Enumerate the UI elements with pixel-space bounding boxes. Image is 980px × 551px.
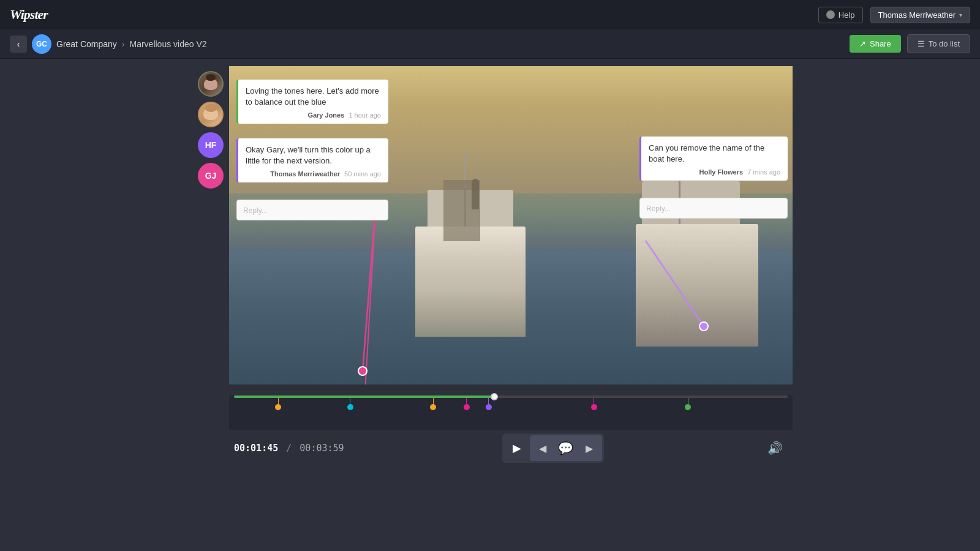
timeline-marker-5: [486, 398, 492, 410]
time-current: 00:01:45: [234, 443, 278, 454]
time-total: 00:03:59: [300, 443, 344, 454]
help-label: Help: [839, 10, 855, 20]
breadcrumb-right: ↗ Share ☰ To do list: [850, 34, 970, 53]
comment-time-3: 7 mins ago: [747, 168, 780, 176]
timeline-marker-2: [347, 398, 353, 410]
timeline-marker-1: [275, 398, 281, 410]
comment-author-2: Thomas Merriweather: [270, 170, 340, 178]
help-icon: [826, 10, 835, 19]
volume-button[interactable]: 🔊: [762, 435, 788, 461]
nav-right: Help Thomas Merriweather ▾: [818, 7, 970, 23]
chevron-down-icon: ▾: [959, 12, 962, 18]
play-button[interactable]: ▶: [504, 435, 530, 461]
help-button[interactable]: Help: [818, 7, 863, 23]
comment-nav-group: ◀ 💬 ▶: [530, 435, 602, 461]
comment-text-2: Okay Gary, we'll turn this color up a li…: [246, 144, 381, 167]
comment-text-1: Loving the tones here. Let's add more to…: [246, 86, 381, 108]
timeline-area: [229, 395, 793, 430]
main-area: HF GJ: [0, 59, 980, 551]
comment-meta-2: Thomas Merriweather 50 mins ago: [246, 170, 381, 178]
prev-comment-button[interactable]: ◀: [532, 437, 553, 460]
comment-time-1: 1 hour ago: [349, 111, 381, 119]
list-icon: ☰: [918, 39, 925, 48]
comment-bubble-1: Loving the tones here. Let's add more to…: [236, 80, 388, 124]
share-icon: ↗: [859, 39, 866, 48]
next-comment-button[interactable]: ▶: [579, 437, 600, 460]
comment-time-2: 50 mins ago: [344, 170, 381, 178]
share-button[interactable]: ↗ Share: [850, 35, 901, 53]
video-frame[interactable]: Loving the tones here. Let's add more to…: [229, 66, 793, 384]
company-name[interactable]: Great Company: [56, 39, 117, 49]
user-name: Thomas Merriweather: [878, 10, 956, 20]
playback-controls: ▶ ◀ 💬 ▶: [502, 433, 604, 463]
back-button[interactable]: ‹: [10, 36, 27, 53]
comment-meta-1: Gary Jones 1 hour ago: [246, 111, 381, 119]
breadcrumb-separator: ›: [122, 39, 125, 49]
avatar-user2[interactable]: [198, 102, 224, 127]
avatars-sidebar: HF GJ: [187, 66, 229, 551]
comment-author-3: Holly Flowers: [699, 168, 744, 176]
avatar-hf[interactable]: HF: [198, 132, 224, 158]
reply-input-left[interactable]: Reply...: [236, 200, 388, 220]
todo-button[interactable]: ☰ To do list: [907, 34, 970, 53]
reply-placeholder-right: Reply...: [646, 204, 671, 213]
timeline-marker-6: [591, 398, 597, 410]
comment-text-3: Can you remove the name of the boat here…: [649, 143, 780, 165]
timeline-marker-7: [685, 398, 691, 410]
time-separator: /: [286, 443, 292, 454]
company-badge: GC: [32, 34, 51, 54]
comment-meta-3: Holly Flowers 7 mins ago: [649, 168, 780, 176]
reply-placeholder-left: Reply...: [243, 206, 268, 215]
app-logo: Wipster: [10, 7, 48, 23]
reply-input-right[interactable]: Reply...: [639, 198, 788, 219]
video-wrapper: Loving the tones here. Let's add more to…: [229, 66, 793, 551]
breadcrumb-left: ‹ GC Great Company › Marvellous video V2: [10, 34, 207, 54]
user-menu-button[interactable]: Thomas Merriweather ▾: [870, 7, 970, 23]
timeline-marker-4: [464, 398, 470, 410]
timeline-marker-3: [430, 398, 436, 410]
avatar-user1[interactable]: [198, 71, 224, 97]
controls-bar: 00:01:45 / 00:03:59 ▶ ◀ 💬 ▶ 🔊: [229, 430, 793, 462]
comment-mode-button[interactable]: 💬: [554, 437, 578, 460]
time-display: 00:01:45 / 00:03:59: [234, 443, 344, 454]
comment-bubble-3: Can you remove the name of the boat here…: [639, 137, 788, 181]
share-label: Share: [870, 39, 891, 48]
comment-author-1: Gary Jones: [307, 111, 344, 119]
avatar-gj[interactable]: GJ: [198, 163, 224, 189]
breadcrumb-bar: ‹ GC Great Company › Marvellous video V2…: [0, 29, 980, 59]
video-title: Marvellous video V2: [130, 39, 207, 49]
todo-label: To do list: [929, 39, 960, 48]
timeline-progress: [234, 395, 494, 398]
timeline-track[interactable]: [234, 395, 788, 398]
comment-bubble-2: Okay Gary, we'll turn this color up a li…: [236, 138, 388, 182]
top-navigation: Wipster Help Thomas Merriweather ▾: [0, 0, 980, 29]
nav-left: Wipster: [10, 7, 48, 23]
